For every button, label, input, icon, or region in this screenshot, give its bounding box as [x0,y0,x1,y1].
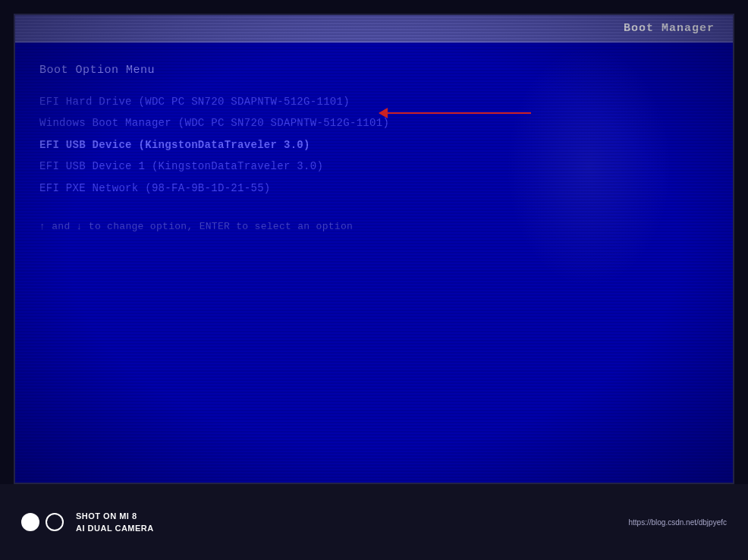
camera-circle-filled [21,513,39,531]
camera-circle-outline [46,513,64,531]
boot-option-2[interactable]: Windows Boot Manager (WDC PC SN720 SDAPN… [39,115,709,131]
arrow-annotation [379,112,531,114]
bios-content: Boot Option Menu EFI Hard Drive (WDC PC … [15,42,733,253]
boot-options-list: EFI Hard Drive (WDC PC SN720 SDAPNTW-512… [39,93,709,197]
bios-header: Boot Manager [15,15,733,42]
camera-text: SHOT ON MI 8 AI DUAL CAMERA [76,510,154,535]
section-title: Boot Option Menu [39,64,709,77]
navigation-hint: ↑ and ↓ to change option, ENTER to selec… [39,221,709,232]
bios-header-title: Boot Manager [624,22,715,35]
boot-option-3-selected[interactable]: EFI USB Device (KingstonDataTraveler 3.0… [39,137,709,153]
camera-circles [21,513,64,531]
boot-option-5[interactable]: EFI PXE Network (98-FA-9B-1D-21-55) [39,180,709,197]
boot-option-1[interactable]: EFI Hard Drive (WDC PC SN720 SDAPNTW-512… [39,93,709,110]
arrow-line [379,112,531,114]
bios-screen: Boot Manager Boot Option Menu EFI Hard D… [14,14,734,484]
camera-model: SHOT ON MI 8 [76,510,154,523]
photo-frame: Boot Manager Boot Option Menu EFI Hard D… [0,0,748,560]
bottom-area: SHOT ON MI 8 AI DUAL CAMERA https://blog… [0,484,748,560]
camera-info: SHOT ON MI 8 AI DUAL CAMERA [21,510,154,535]
boot-option-4[interactable]: EFI USB Device 1 (KingstonDataTraveler 3… [39,158,709,175]
watermark-url: https://blog.csdn.net/dbjpyefc [628,518,727,527]
camera-type: AI DUAL CAMERA [76,522,154,535]
